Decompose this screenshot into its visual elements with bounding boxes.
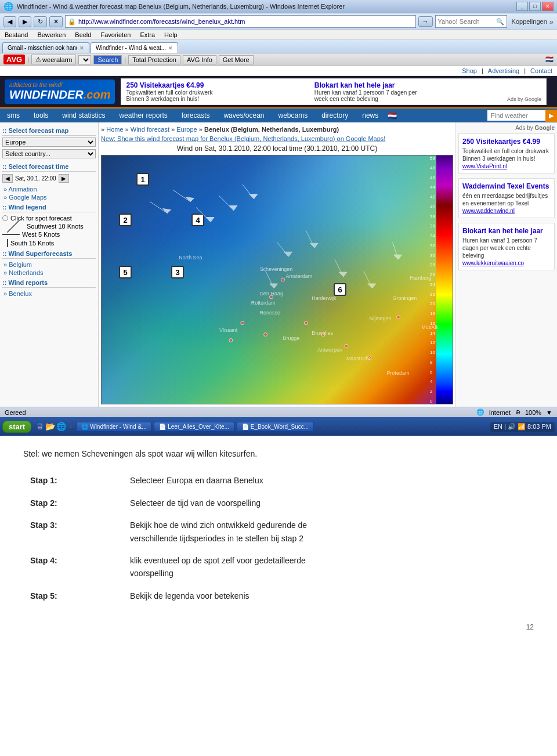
contact-link[interactable]: Contact [530, 67, 552, 74]
nav-wind-statistics[interactable]: wind statistics [55, 108, 112, 122]
refresh-button[interactable]: ↻ [34, 16, 47, 27]
svg-point-28 [264, 333, 267, 337]
ad2-right-url[interactable]: www.waddenwind.nl [462, 208, 515, 214]
svg-marker-11 [284, 252, 292, 256]
search-input[interactable] [438, 18, 496, 25]
nav-webcams[interactable]: webcams [272, 108, 315, 122]
menu-beeld[interactable]: Beeld [75, 31, 91, 38]
taskbar-windfinder[interactable]: 🌐 Windfinder - Wind &... [76, 422, 151, 432]
svg-line-0 [150, 202, 168, 214]
page-number-area: 12 [0, 618, 557, 636]
close-button[interactable]: ✕ [542, 2, 554, 11]
avg-toolbar: AVG | ⚠ weeralarm Search | Total Protect… [0, 53, 557, 66]
svg-marker-21 [394, 255, 402, 259]
weeralarm-label: weeralarm [42, 56, 72, 63]
address-input[interactable] [78, 18, 413, 25]
menu-help[interactable]: Help [164, 31, 178, 38]
step5-text: Bekijk de legenda voor betekenis [123, 585, 534, 607]
breadcrumb-europe[interactable]: Europe [176, 126, 197, 133]
nav-sms[interactable]: sms [0, 108, 27, 122]
svg-text:Den Haag: Den Haag [260, 291, 283, 296]
go-button[interactable]: → [418, 16, 433, 27]
menu-favorieten[interactable]: Favorieten [100, 31, 131, 38]
start-button[interactable]: start [2, 421, 31, 433]
step5-label: Stap 5: [23, 585, 123, 607]
forward-button[interactable]: ▶ [19, 16, 31, 27]
tab-gmail[interactable]: Gmail - misschien ook handig ... ✕ [2, 42, 89, 53]
wind-map[interactable]: 50 48 46 44 42 40 38 36 34 32 30 28 26 2… [101, 155, 453, 404]
avg-dropdown[interactable] [78, 55, 91, 64]
find-weather-button[interactable]: ▶ [545, 110, 557, 122]
svg-text:Maastricht: Maastricht [346, 356, 371, 361]
avg-flag: 🇳🇱 [545, 56, 554, 63]
animation-link[interactable]: Animation [2, 185, 96, 193]
avg-logo: AVG [3, 55, 25, 64]
ad-block-1: 250 Visitekaartjes €4.99 Topkwaliteit en… [458, 133, 555, 173]
total-protection-link[interactable]: Total Protection [128, 55, 180, 64]
ad3-right-url[interactable]: www.lekkeruitwaaien.co [462, 260, 524, 266]
nav-news[interactable]: news [355, 108, 385, 122]
taskbar-kite[interactable]: 📄 Leer_Alles_Over_Kite... [154, 422, 234, 432]
tab-windfinder[interactable]: Windfinder - Wind & weat... ✕ [91, 42, 178, 53]
step2-text: Selecteer de tijd van de voorspelling [123, 492, 534, 514]
south15-item: South 15 Knots [2, 238, 96, 248]
ad3-right-title: Blokart kan het hele jaar [462, 227, 551, 235]
ad2-title: Blokart kan het hele jaar [314, 81, 417, 89]
nav-weather-reports[interactable]: weather reports [112, 108, 174, 122]
get-more-link[interactable]: Get More [219, 55, 254, 64]
benelux-link[interactable]: Benelux [2, 290, 96, 298]
time-next-button[interactable]: ▶ [59, 174, 69, 183]
forecast-map-select[interactable]: Europe [2, 138, 96, 147]
search-button[interactable]: Search [93, 55, 122, 64]
breadcrumb-home[interactable]: Home [106, 126, 123, 133]
minimize-button[interactable]: _ [516, 2, 528, 11]
svg-line-2 [173, 190, 190, 202]
wind-arrows: Amsterdam Den Haag Harderwijk Schevening… [102, 155, 453, 404]
svg-marker-13 [310, 243, 318, 248]
left-sidebar: Select forecast map Europe Select countr… [0, 122, 99, 407]
nav-waves-ocean[interactable]: waves/ocean [216, 108, 271, 122]
google-maps-link[interactable]: Google Maps [2, 193, 96, 201]
ad1-right-url[interactable]: www.VistaPrint.nl [462, 163, 507, 169]
ad1-title: 250 Visitekaartjes €4.99 [126, 81, 212, 89]
belgium-link[interactable]: Belgium [2, 261, 96, 269]
step3-label: Stap 3: [23, 514, 123, 549]
avg-weeralarm[interactable]: ⚠ weeralarm [31, 55, 76, 64]
address-bar[interactable]: 🔒 [65, 15, 416, 28]
menu-extra[interactable]: Extra [140, 31, 155, 38]
advertising-link[interactable]: Advertising [488, 67, 519, 74]
step1-text: Selecteer Europa en daarna Benelux [123, 469, 534, 491]
stop-button[interactable]: ✕ [49, 16, 63, 27]
logo-slogan: addicted to the wind! [9, 82, 110, 88]
menu-bewerken[interactable]: Bewerken [37, 31, 66, 38]
step3-row: Stap 3: Bekijk hoe de wind zich ontwikke… [23, 514, 534, 549]
content-area: Select forecast map Europe Select countr… [0, 122, 557, 407]
breadcrumb-wind-forecast[interactable]: Wind forecast [131, 126, 169, 133]
back-button[interactable]: ◀ [3, 16, 16, 27]
find-weather-input[interactable] [487, 110, 545, 121]
flag-icon: 🇳🇱 [388, 111, 397, 120]
google-maps-link-main[interactable]: New: Show this wind forecast map for Ben… [101, 135, 453, 142]
nav-tools[interactable]: tools [27, 108, 55, 122]
select-forecast-time-title: Select forecast time [2, 161, 96, 172]
taskbar-ebook[interactable]: 📄 E_Book_Word_Succ... [237, 422, 314, 432]
avg-info-link[interactable]: AVG Info [183, 55, 216, 64]
tab-windfinder-close[interactable]: ✕ [168, 45, 173, 51]
netherlands-link[interactable]: Netherlands [2, 269, 96, 277]
menu-bestand[interactable]: Bestand [5, 31, 28, 38]
nav-directory[interactable]: directory [314, 108, 355, 122]
svg-marker-5 [206, 218, 214, 222]
taskbar-icon-2: 📂 [45, 422, 55, 431]
window-controls[interactable]: _ □ ✕ [516, 2, 554, 11]
nav-forecasts[interactable]: forecasts [175, 108, 217, 122]
search-icon[interactable]: 🔍 [496, 18, 504, 26]
svg-marker-17 [339, 272, 347, 277]
maximize-button[interactable]: □ [529, 2, 541, 11]
tab-windfinder-label: Windfinder - Wind & weat... [96, 45, 166, 51]
select-country-select[interactable]: Select country... [2, 149, 96, 158]
tab-gmail-close[interactable]: ✕ [79, 45, 84, 51]
time-prev-button[interactable]: ◀ [2, 174, 13, 183]
shop-link[interactable]: Shop [462, 67, 477, 74]
taskbar-ebook-icon: 📄 [242, 424, 249, 430]
site-wrapper: Shop | Advertising | Contact addicted to… [0, 66, 557, 417]
